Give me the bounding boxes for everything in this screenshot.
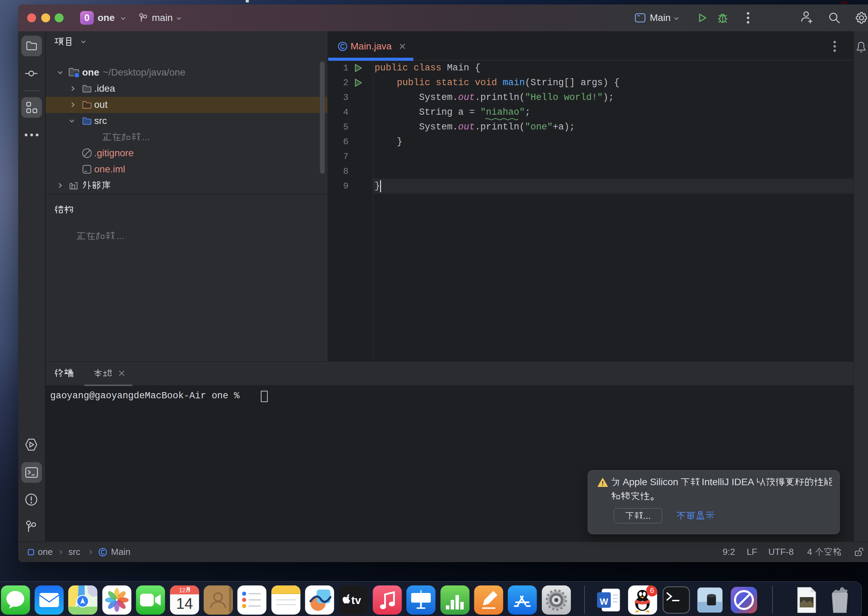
svg-text:tv: tv bbox=[351, 594, 361, 607]
svg-text:12: 12 bbox=[180, 588, 186, 593]
svg-text:14: 14 bbox=[176, 595, 193, 612]
svg-text:W: W bbox=[600, 596, 608, 607]
